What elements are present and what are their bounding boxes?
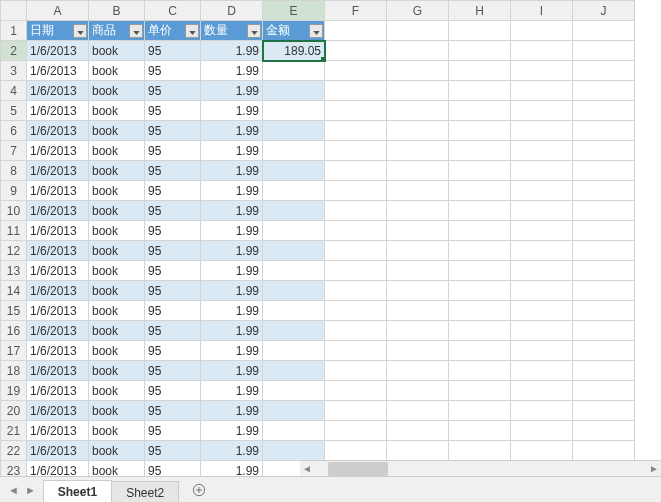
row-header-13[interactable]: 13 — [1, 261, 27, 281]
cell[interactable] — [511, 301, 573, 321]
cell[interactable] — [325, 41, 387, 61]
cell-B9[interactable]: book — [89, 181, 145, 201]
cell-E7[interactable] — [263, 141, 325, 161]
cell-D15[interactable]: 1.99 — [201, 301, 263, 321]
cell[interactable] — [449, 241, 511, 261]
cell-A10[interactable]: 1/6/2013 — [27, 201, 89, 221]
cell[interactable] — [573, 361, 635, 381]
cell[interactable] — [573, 181, 635, 201]
cell[interactable] — [573, 381, 635, 401]
cell[interactable] — [511, 201, 573, 221]
cell-C14[interactable]: 95 — [145, 281, 201, 301]
cell-E17[interactable] — [263, 341, 325, 361]
scroll-right-icon[interactable]: ► — [647, 463, 661, 474]
scroll-left-icon[interactable]: ◄ — [300, 463, 314, 474]
cell-C23[interactable]: 95 — [145, 461, 201, 477]
row-header-15[interactable]: 15 — [1, 301, 27, 321]
cell-E10[interactable] — [263, 201, 325, 221]
cell-E6[interactable] — [263, 121, 325, 141]
tab-nav-next-icon[interactable]: ► — [25, 484, 36, 496]
cell[interactable] — [449, 121, 511, 141]
cell-D21[interactable]: 1.99 — [201, 421, 263, 441]
cell[interactable] — [511, 141, 573, 161]
cell[interactable] — [511, 341, 573, 361]
cell-A11[interactable]: 1/6/2013 — [27, 221, 89, 241]
cell[interactable] — [573, 161, 635, 181]
cell-B2[interactable]: book — [89, 41, 145, 61]
filter-button-D[interactable] — [247, 24, 261, 38]
cell-E12[interactable] — [263, 241, 325, 261]
cell[interactable] — [325, 321, 387, 341]
cell-D14[interactable]: 1.99 — [201, 281, 263, 301]
cell-A21[interactable]: 1/6/2013 — [27, 421, 89, 441]
cell[interactable] — [449, 421, 511, 441]
cell[interactable] — [573, 221, 635, 241]
cell[interactable] — [387, 281, 449, 301]
cell-D12[interactable]: 1.99 — [201, 241, 263, 261]
cell-A14[interactable]: 1/6/2013 — [27, 281, 89, 301]
cell-D5[interactable]: 1.99 — [201, 101, 263, 121]
cell-B22[interactable]: book — [89, 441, 145, 461]
cell[interactable] — [511, 21, 573, 41]
cell-D6[interactable]: 1.99 — [201, 121, 263, 141]
cell[interactable] — [325, 241, 387, 261]
row-header-9[interactable]: 9 — [1, 181, 27, 201]
row-header-3[interactable]: 3 — [1, 61, 27, 81]
cell[interactable] — [449, 341, 511, 361]
col-header-F[interactable]: F — [325, 1, 387, 21]
cell-C5[interactable]: 95 — [145, 101, 201, 121]
cell[interactable] — [325, 361, 387, 381]
cell-D3[interactable]: 1.99 — [201, 61, 263, 81]
cell-C4[interactable]: 95 — [145, 81, 201, 101]
cell-D16[interactable]: 1.99 — [201, 321, 263, 341]
cell-E15[interactable] — [263, 301, 325, 321]
cell[interactable] — [387, 201, 449, 221]
cell-B20[interactable]: book — [89, 401, 145, 421]
cell-D13[interactable]: 1.99 — [201, 261, 263, 281]
col-header-D[interactable]: D — [201, 1, 263, 21]
cell[interactable] — [573, 41, 635, 61]
cell-B3[interactable]: book — [89, 61, 145, 81]
cell[interactable] — [511, 421, 573, 441]
cell[interactable] — [387, 101, 449, 121]
cell[interactable] — [449, 441, 511, 461]
cell-A13[interactable]: 1/6/2013 — [27, 261, 89, 281]
cell[interactable] — [573, 241, 635, 261]
cell[interactable] — [387, 341, 449, 361]
row-header-17[interactable]: 17 — [1, 341, 27, 361]
cell[interactable] — [573, 101, 635, 121]
cell-E21[interactable] — [263, 421, 325, 441]
cell-C19[interactable]: 95 — [145, 381, 201, 401]
table-header-amount[interactable]: 金额 — [263, 21, 325, 41]
cell[interactable] — [387, 121, 449, 141]
cell-A4[interactable]: 1/6/2013 — [27, 81, 89, 101]
cell-A22[interactable]: 1/6/2013 — [27, 441, 89, 461]
cell-A5[interactable]: 1/6/2013 — [27, 101, 89, 121]
cell-B5[interactable]: book — [89, 101, 145, 121]
cell-E14[interactable] — [263, 281, 325, 301]
cell-B10[interactable]: book — [89, 201, 145, 221]
row-header-4[interactable]: 4 — [1, 81, 27, 101]
cell[interactable] — [573, 341, 635, 361]
col-header-H[interactable]: H — [449, 1, 511, 21]
cell-D10[interactable]: 1.99 — [201, 201, 263, 221]
row-header-16[interactable]: 16 — [1, 321, 27, 341]
cell-C22[interactable]: 95 — [145, 441, 201, 461]
cell-E8[interactable] — [263, 161, 325, 181]
row-header-6[interactable]: 6 — [1, 121, 27, 141]
cell[interactable] — [449, 141, 511, 161]
row-header-14[interactable]: 14 — [1, 281, 27, 301]
cell[interactable] — [449, 21, 511, 41]
cell[interactable] — [573, 421, 635, 441]
cell[interactable] — [387, 221, 449, 241]
cell[interactable] — [449, 361, 511, 381]
cell[interactable] — [449, 41, 511, 61]
table-header-price[interactable]: 单价 — [145, 21, 201, 41]
cell[interactable] — [511, 321, 573, 341]
cell-A20[interactable]: 1/6/2013 — [27, 401, 89, 421]
cell[interactable] — [511, 81, 573, 101]
cell-D20[interactable]: 1.99 — [201, 401, 263, 421]
cell[interactable] — [387, 441, 449, 461]
row-header-11[interactable]: 11 — [1, 221, 27, 241]
cell-C12[interactable]: 95 — [145, 241, 201, 261]
